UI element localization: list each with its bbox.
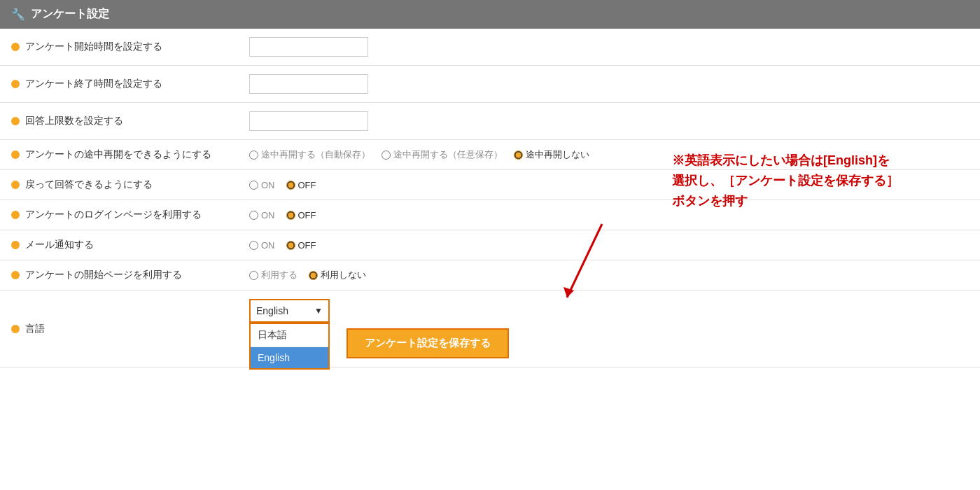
- language-option-english[interactable]: English: [251, 347, 328, 368]
- language-option-japanese[interactable]: 日本語: [251, 324, 328, 347]
- value-cell: ON OFF: [238, 170, 630, 200]
- indicator-dot: [11, 117, 20, 125]
- radio-option[interactable]: 途中再開する（自動保存）: [249, 148, 370, 161]
- annotation-arrow-icon: [560, 220, 672, 312]
- radio-option[interactable]: ON: [249, 210, 275, 220]
- table-row: アンケートの開始ページを利用する 利用する 利用しない: [0, 260, 980, 290]
- radio-option[interactable]: ON: [249, 180, 275, 190]
- table-row: アンケート終了時間を設定する: [0, 66, 980, 103]
- login-page-on-radio[interactable]: [249, 211, 258, 220]
- row-label: 戻って回答できるようにする: [25, 178, 153, 191]
- start-page-no-radio[interactable]: [309, 271, 318, 280]
- svg-line-0: [567, 224, 602, 298]
- language-dropdown: 日本語 English: [249, 323, 330, 370]
- page-title: アンケート設定: [31, 7, 109, 22]
- back-answer-on-radio[interactable]: [249, 181, 258, 190]
- row-label: 言語: [25, 323, 45, 335]
- chevron-down-icon: ▼: [314, 306, 323, 316]
- resume-auto-radio[interactable]: [249, 150, 258, 160]
- label-cell: メール通知する: [0, 230, 238, 260]
- annotation-cell: ※英語表示にしたい場合は[English]を 選択し、［アンケート設定を保存する…: [630, 290, 980, 368]
- start-time-input[interactable]: [249, 37, 368, 57]
- indicator-dot: [11, 271, 20, 279]
- radio-option[interactable]: 利用する: [249, 269, 298, 281]
- annotation-line3: ボタンを押す: [672, 191, 899, 211]
- indicator-dot: [11, 325, 20, 333]
- table-row: メール通知する ON OFF: [0, 230, 980, 260]
- row-label: メール通知する: [25, 239, 94, 251]
- label-cell: 言語: [0, 290, 238, 368]
- language-selected-value: English: [256, 305, 288, 316]
- page-header: 🔧 アンケート設定: [0, 0, 980, 29]
- label-cell: 戻って回答できるようにする: [0, 170, 238, 200]
- indicator-dot: [11, 80, 20, 88]
- indicator-dot: [11, 181, 20, 189]
- resume-manual-radio[interactable]: [382, 150, 391, 160]
- label-cell: アンケート終了時間を設定する: [0, 66, 238, 103]
- value-cell: 途中再開する（自動保存） 途中再開する（任意保存） 途中再開しない: [238, 140, 630, 170]
- label-cell: アンケートのログインページを利用する: [0, 200, 238, 230]
- indicator-dot: [11, 211, 20, 219]
- mail-notify-off-radio[interactable]: [286, 241, 295, 250]
- back-answer-off-radio[interactable]: [286, 181, 295, 190]
- start-page-use-radio[interactable]: [249, 271, 258, 280]
- indicator-dot: [11, 241, 20, 249]
- indicator-dot: [11, 150, 20, 159]
- language-select-button[interactable]: English ▼: [249, 299, 330, 323]
- indicator-dot: [11, 43, 20, 51]
- radio-option[interactable]: 途中再開する（任意保存）: [382, 148, 503, 161]
- radio-option[interactable]: 途中再開しない: [514, 148, 589, 161]
- table-row: 回答上限数を設定する: [0, 103, 980, 140]
- main-content: アンケート開始時間を設定する アンケート終了時間を設定する: [0, 29, 980, 368]
- value-cell: [238, 29, 630, 66]
- row-label: 回答上限数を設定する: [25, 115, 123, 127]
- radio-option[interactable]: 利用しない: [309, 269, 366, 281]
- label-cell: アンケートの開始ページを利用する: [0, 260, 238, 290]
- label-cell: アンケートの途中再開をできるようにする: [0, 140, 238, 170]
- row-label: アンケートのログインページを利用する: [25, 209, 202, 221]
- radio-option[interactable]: OFF: [286, 240, 316, 251]
- annotation-text: ※英語表示にしたい場合は[English]を 選択し、［アンケート設定を保存する…: [672, 150, 899, 211]
- answer-limit-input[interactable]: [249, 111, 368, 131]
- end-time-input[interactable]: [249, 74, 368, 94]
- radio-option[interactable]: OFF: [286, 210, 316, 220]
- mail-notify-on-radio[interactable]: [249, 241, 258, 250]
- radio-option[interactable]: OFF: [286, 180, 316, 190]
- label-cell: アンケート開始時間を設定する: [0, 29, 238, 66]
- label-cell: 回答上限数を設定する: [0, 103, 238, 140]
- settings-icon: 🔧: [11, 8, 25, 21]
- annotation-line2: 選択し、［アンケート設定を保存する］: [672, 171, 899, 191]
- row-label: アンケートの開始ページを利用する: [25, 269, 182, 281]
- value-cell: [238, 66, 630, 103]
- language-row: 言語 English ▼ 日本語: [0, 290, 980, 368]
- radio-option[interactable]: ON: [249, 240, 275, 251]
- resume-none-radio[interactable]: [514, 150, 523, 160]
- row-label: アンケート終了時間を設定する: [25, 78, 162, 90]
- save-button-label: アンケート設定を保存する: [365, 337, 491, 349]
- language-select-wrapper: English ▼ 日本語 English: [249, 299, 330, 323]
- value-cell: [238, 103, 630, 140]
- row-label: アンケートの途中再開をできるようにする: [25, 148, 211, 161]
- login-page-off-radio[interactable]: [286, 211, 295, 220]
- settings-table: アンケート開始時間を設定する アンケート終了時間を設定する: [0, 29, 980, 368]
- table-row: アンケート開始時間を設定する: [0, 29, 980, 66]
- row-label: アンケート開始時間を設定する: [25, 41, 162, 53]
- annotation-line1: ※英語表示にしたい場合は[English]を: [672, 150, 899, 171]
- save-settings-button[interactable]: アンケート設定を保存する: [346, 328, 509, 358]
